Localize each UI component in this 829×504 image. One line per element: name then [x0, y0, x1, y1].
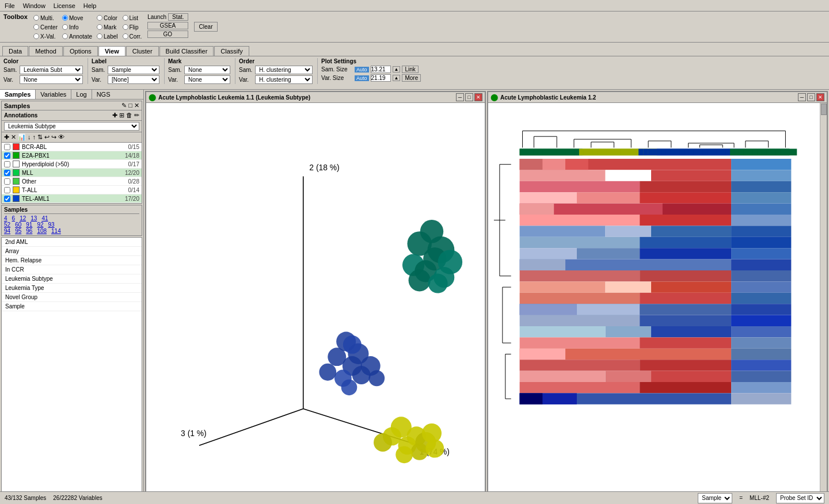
sample-tall-checkbox[interactable] — [4, 187, 10, 193]
sidebar-tab-variables[interactable]: Variables — [36, 90, 71, 99]
menu-file[interactable]: File — [5, 2, 15, 9]
sample-num-93[interactable]: 93 — [48, 222, 55, 228]
new-icon[interactable]: ✎ — [121, 102, 127, 109]
radio-center[interactable]: Center — [33, 24, 58, 30]
sample-row-hyperdiploid[interactable]: Hyperdiploid (>50) 0/17 — [2, 160, 142, 169]
down-icon[interactable]: ↓ — [28, 133, 31, 141]
add-annotation-icon[interactable]: ✚ — [112, 112, 117, 119]
clear-button[interactable]: Clear — [194, 22, 218, 32]
sample-num-12[interactable]: 12 — [20, 215, 26, 222]
radio-mark[interactable]: Mark — [97, 24, 117, 30]
pca-maximize-btn[interactable]: □ — [465, 93, 473, 101]
sample-num-94[interactable]: 94 — [4, 228, 10, 234]
delete-item-icon[interactable]: ✕ — [11, 133, 16, 141]
brush-annotation-icon[interactable]: ✏ — [134, 112, 139, 119]
sample-tel-aml1-checkbox[interactable] — [4, 196, 10, 202]
radio-info[interactable]: Info — [62, 24, 92, 30]
info-item-array[interactable]: Array — [2, 247, 142, 256]
sort-icon[interactable]: ⇅ — [37, 133, 43, 141]
sample-num-4[interactable]: 4 — [4, 215, 7, 222]
info-item-sample[interactable]: Sample — [2, 302, 142, 311]
label-sam-select[interactable]: Sample — [108, 66, 159, 74]
link-button[interactable]: Link — [402, 66, 418, 73]
tab-classify[interactable]: Classify — [214, 46, 249, 56]
sidebar-tab-samples[interactable]: Samples — [0, 90, 36, 99]
menu-window[interactable]: Window — [23, 2, 45, 9]
sample-num-60[interactable]: 60 — [15, 222, 21, 228]
sample-num-92[interactable]: 92 — [37, 222, 43, 228]
sample-num-41[interactable]: 41 — [41, 215, 48, 222]
info-item-hem-relapse[interactable]: Hem. Relapse — [2, 256, 142, 265]
sidebar-tab-log[interactable]: Log — [71, 90, 92, 99]
sam-size-spin-up[interactable]: ▲ — [393, 66, 401, 72]
more-button[interactable]: More — [402, 74, 421, 82]
annotation-select[interactable]: Leukemia Subtype — [4, 122, 139, 131]
sample-row-other[interactable]: Other 0/28 — [2, 177, 142, 186]
pca-close-btn[interactable]: ✕ — [474, 93, 482, 101]
window-icon[interactable]: □ — [128, 102, 132, 109]
sample-row-e2a[interactable]: E2A-PBX1 14/18 — [2, 151, 142, 160]
sample-row-bcr-abl[interactable]: BCR-ABL 0/15 — [2, 143, 142, 151]
radio-corr[interactable]: Corr. — [123, 33, 142, 40]
color-var-select[interactable]: None — [20, 75, 83, 84]
sample-num-6[interactable]: 6 — [12, 215, 16, 222]
radio-move[interactable]: Move — [62, 15, 92, 21]
info-item-2nd-aml[interactable]: 2nd AML — [2, 238, 142, 247]
menu-license[interactable]: License — [54, 2, 75, 9]
var-size-auto-button[interactable]: Auto — [355, 75, 369, 81]
sample-row-tel-aml1[interactable]: TEL-AML1 17/20 — [2, 194, 142, 203]
order-sam-select[interactable]: H. clustering — [255, 66, 313, 74]
status-probe-select[interactable]: Probe Set ID — [776, 493, 824, 503]
pca-minimize-btn[interactable]: ─ — [456, 93, 464, 101]
mark-sam-select[interactable]: None — [184, 66, 230, 74]
chart-icon[interactable]: 📊 — [18, 133, 26, 141]
radio-color[interactable]: Color — [97, 15, 117, 21]
status-sample-select[interactable]: Sample — [698, 493, 732, 503]
label-var-select[interactable]: [None] — [108, 75, 159, 84]
sidebar-tab-ngs[interactable]: NGS — [92, 90, 115, 99]
sample-bcr-abl-checkbox[interactable] — [4, 144, 10, 150]
heatmap-vscroll[interactable] — [820, 103, 827, 494]
sample-hyperdiploid-checkbox[interactable] — [4, 161, 10, 167]
copy-annotation-icon[interactable]: ⊞ — [119, 112, 124, 119]
tab-data[interactable]: Data — [2, 46, 28, 56]
sample-row-mll[interactable]: MLL 12/20 — [2, 169, 142, 177]
sample-num-13[interactable]: 13 — [31, 215, 37, 222]
tab-build-classifier[interactable]: Build Classifier — [159, 46, 214, 56]
tab-view[interactable]: View — [98, 46, 126, 56]
radio-label[interactable]: Label — [97, 33, 117, 40]
delete-annotation-icon[interactable]: 🗑 — [126, 112, 132, 119]
eye-icon[interactable]: 👁 — [58, 133, 64, 141]
sample-other-checkbox[interactable] — [4, 178, 10, 185]
heatmap-close-btn[interactable]: ✕ — [816, 93, 824, 101]
mark-var-select[interactable]: None — [184, 75, 230, 84]
sample-num-52[interactable]: 52 — [4, 222, 10, 228]
menu-help[interactable]: Help — [83, 2, 97, 9]
color-sam-select[interactable]: Leukemia Subt — [20, 66, 83, 74]
sample-num-95[interactable]: 95 — [15, 228, 21, 234]
sample-num-114[interactable]: 114 — [51, 228, 61, 234]
redo-icon[interactable]: ↪ — [51, 133, 56, 141]
sam-size-auto-button[interactable]: Auto — [355, 67, 369, 72]
info-item-leukemia-subtype[interactable]: Leukemia Subtype — [2, 274, 142, 284]
sam-size-input[interactable] — [371, 66, 391, 73]
sample-e2a-checkbox[interactable] — [4, 152, 10, 159]
radio-multi[interactable]: Multi. — [33, 15, 58, 21]
info-item-leukemia-type[interactable]: Leukemia Type — [2, 284, 142, 293]
heatmap-minimize-btn[interactable]: ─ — [798, 93, 806, 101]
go-button[interactable]: GO — [147, 30, 188, 38]
sample-row-tall[interactable]: T-ALL 0/14 — [2, 186, 142, 194]
gsea-button[interactable]: GSEA — [147, 22, 188, 29]
radio-list[interactable]: List — [123, 15, 142, 21]
var-size-input[interactable] — [371, 74, 391, 82]
add-item-icon[interactable]: ✚ — [4, 133, 9, 141]
sample-num-108[interactable]: 108 — [37, 228, 47, 234]
radio-annotate[interactable]: Annotate — [62, 33, 92, 40]
order-var-select[interactable]: H. clustering — [255, 75, 313, 84]
info-item-in-ccr[interactable]: In CCR — [2, 265, 142, 274]
stat-button[interactable]: Stat. — [168, 13, 188, 21]
info-item-novel-group[interactable]: Novel Group — [2, 293, 142, 302]
var-size-spin-up[interactable]: ▲ — [393, 75, 401, 81]
sample-num-91[interactable]: 91 — [26, 222, 32, 228]
up-icon[interactable]: ↑ — [33, 133, 36, 141]
